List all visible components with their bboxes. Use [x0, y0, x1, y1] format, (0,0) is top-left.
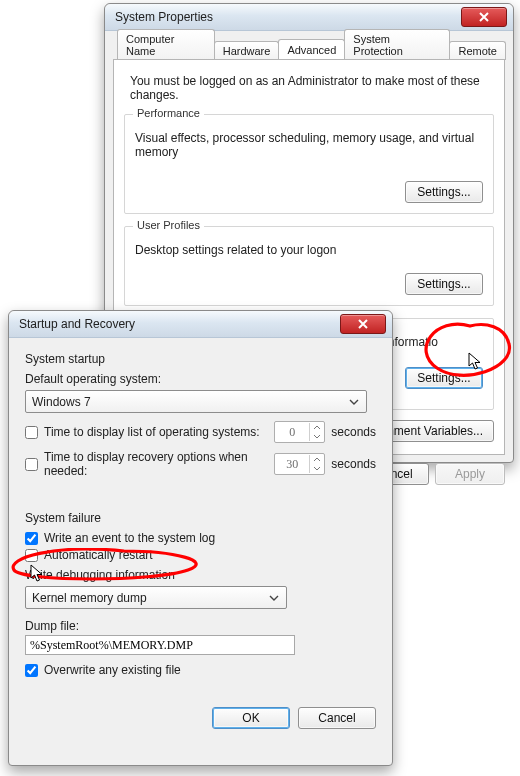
- tab-system-protection[interactable]: System Protection: [344, 29, 450, 60]
- time-list-checkbox[interactable]: Time to display list of operating system…: [25, 425, 260, 439]
- write-event-checkbox[interactable]: Write an event to the system log: [25, 531, 376, 545]
- system-failure-heading: System failure: [25, 511, 376, 525]
- tab-advanced[interactable]: Advanced: [278, 39, 345, 59]
- tab-strip: Computer Name Hardware Advanced System P…: [113, 37, 505, 59]
- time-list-label: Time to display list of operating system…: [44, 425, 260, 439]
- tab-remote[interactable]: Remote: [449, 41, 506, 60]
- recovery-cancel-button[interactable]: Cancel: [298, 707, 376, 729]
- time-recovery-checkbox[interactable]: Time to display recovery options when ne…: [25, 450, 262, 478]
- default-os-label: Default operating system:: [25, 372, 376, 386]
- time-recovery-value[interactable]: [275, 456, 309, 473]
- dump-file-input[interactable]: [25, 635, 295, 655]
- group-performance: Performance Visual effects, processor sc…: [124, 114, 494, 214]
- spinner-up-icon[interactable]: [310, 455, 324, 464]
- spinner-down-icon[interactable]: [310, 464, 324, 473]
- performance-settings-button[interactable]: Settings...: [405, 181, 483, 203]
- overwrite-checkbox[interactable]: Overwrite any existing file: [25, 663, 376, 677]
- dump-type-value: Kernel memory dump: [32, 591, 266, 605]
- tab-hardware[interactable]: Hardware: [214, 41, 280, 60]
- spinner-up-icon[interactable]: [310, 423, 324, 432]
- system-properties-titlebar[interactable]: System Properties: [105, 4, 513, 31]
- seconds-label: seconds: [331, 425, 376, 439]
- startup-recovery-window: Startup and Recovery System startup Defa…: [8, 310, 393, 766]
- tab-computer-name[interactable]: Computer Name: [117, 29, 215, 60]
- group-user-profiles-legend: User Profiles: [133, 219, 204, 231]
- startup-recovery-titlebar[interactable]: Startup and Recovery: [9, 311, 392, 338]
- seconds-label: seconds: [331, 457, 376, 471]
- admin-notice: You must be logged on as an Administrato…: [124, 68, 494, 102]
- time-recovery-spinner[interactable]: [274, 453, 325, 475]
- default-os-combo[interactable]: Windows 7: [25, 390, 367, 413]
- chevron-down-icon: [266, 595, 282, 601]
- time-recovery-label: Time to display recovery options when ne…: [44, 450, 262, 478]
- write-event-label: Write an event to the system log: [44, 531, 215, 545]
- auto-restart-label: Automatically restart: [44, 548, 153, 562]
- default-os-value: Windows 7: [32, 395, 346, 409]
- close-button[interactable]: [340, 314, 386, 334]
- recovery-ok-button[interactable]: OK: [212, 707, 290, 729]
- startup-recovery-settings-button[interactable]: Settings...: [405, 367, 483, 389]
- chevron-down-icon: [346, 399, 362, 405]
- close-button[interactable]: [461, 7, 507, 27]
- user-profiles-settings-button[interactable]: Settings...: [405, 273, 483, 295]
- dump-file-label: Dump file:: [25, 619, 376, 633]
- group-user-profiles: User Profiles Desktop settings related t…: [124, 226, 494, 306]
- time-list-spinner[interactable]: [274, 421, 325, 443]
- sysprop-apply-button: Apply: [435, 463, 505, 485]
- window-title: Startup and Recovery: [19, 317, 135, 331]
- time-list-value[interactable]: [275, 424, 309, 441]
- system-startup-heading: System startup: [25, 352, 376, 366]
- window-title: System Properties: [115, 10, 213, 24]
- group-performance-legend: Performance: [133, 107, 204, 119]
- performance-desc: Visual effects, processor scheduling, me…: [135, 131, 483, 159]
- environment-variables-button[interactable]: nment Variables...: [376, 420, 494, 442]
- overwrite-label: Overwrite any existing file: [44, 663, 181, 677]
- dump-type-combo[interactable]: Kernel memory dump: [25, 586, 287, 609]
- write-debug-label: Write debugging information: [25, 568, 376, 582]
- auto-restart-checkbox[interactable]: Automatically restart: [25, 548, 376, 562]
- spinner-down-icon[interactable]: [310, 432, 324, 441]
- user-profiles-desc: Desktop settings related to your logon: [135, 243, 483, 257]
